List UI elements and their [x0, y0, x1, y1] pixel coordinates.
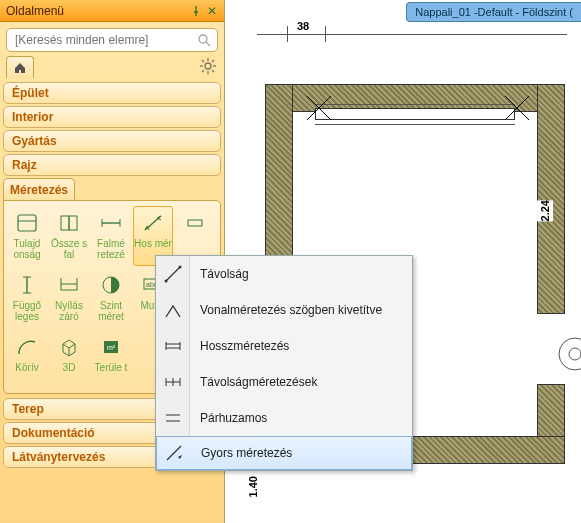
- svg-point-40: [178, 266, 181, 269]
- ctx-tavolsag[interactable]: Távolság: [156, 256, 412, 292]
- ctx-label: Gyors méretezés: [191, 446, 411, 460]
- document-tab-label: Nappali_01 -Default - Földszint (: [415, 6, 573, 18]
- tool-label: Hos mér: [134, 238, 172, 249]
- ctx-vonalmeretezes[interactable]: Vonalméretezés szögben kivetítve: [156, 292, 412, 328]
- svg-line-7: [202, 60, 204, 62]
- tool-fuggoleges[interactable]: Függő leges: [7, 268, 47, 328]
- svg-rect-23: [61, 284, 77, 290]
- dim-text-right: 2.24: [537, 200, 553, 221]
- category-label: Gyártás: [12, 134, 57, 148]
- area-icon: m²: [97, 334, 125, 360]
- svg-point-39: [164, 280, 167, 283]
- category-label: Interior: [12, 110, 53, 124]
- category-label: Épület: [12, 86, 49, 100]
- gear-icon[interactable]: [200, 58, 218, 76]
- tool-label: Terüle t: [95, 362, 128, 373]
- category-label: Látványtervezés: [12, 450, 105, 464]
- document-tab[interactable]: Nappali_01 -Default - Földszint (: [406, 2, 581, 22]
- ctx-label: Távolság: [190, 267, 412, 281]
- tool-label: 3D: [63, 362, 76, 373]
- category-epulet[interactable]: Épület: [3, 82, 221, 104]
- ctx-tavolsagmeretezesek[interactable]: Távolságméretezések: [156, 364, 412, 400]
- search-box[interactable]: [6, 28, 218, 52]
- pin-icon[interactable]: [188, 3, 204, 19]
- svg-point-0: [199, 35, 207, 43]
- length-dim-icon: [139, 210, 167, 236]
- line: [315, 124, 515, 125]
- tool-icon: [181, 210, 209, 236]
- tool-label: Függő leges: [8, 300, 46, 322]
- close-icon[interactable]: ✕: [204, 3, 220, 19]
- dim-line: [257, 34, 567, 35]
- category-label: Terep: [12, 402, 44, 416]
- svg-point-36: [559, 338, 581, 370]
- distance-icon: [156, 256, 190, 292]
- tool-label: Össze s fal: [50, 238, 88, 260]
- category-gyartas[interactable]: Gyártás: [3, 130, 221, 152]
- home-bar: [0, 56, 224, 82]
- category-meretezes-tab[interactable]: Méretezés: [3, 178, 75, 200]
- tool-3d[interactable]: 3D: [49, 330, 89, 390]
- ctx-gyors-meretezes[interactable]: Gyors méretezés: [156, 436, 412, 470]
- ctx-parhuzamos[interactable]: Párhuzamos: [156, 400, 412, 436]
- svg-point-2: [205, 63, 211, 69]
- parallel-icon: [156, 400, 190, 436]
- dim-text-bottom: 1.40: [245, 476, 261, 497]
- tool-koriv[interactable]: Körív: [7, 330, 47, 390]
- tool-label: Nyílás záró: [50, 300, 88, 322]
- svg-rect-11: [18, 215, 36, 231]
- wall-dim-icon: [97, 210, 125, 236]
- category-list: Épület Interior Gyártás Rajz: [0, 82, 224, 176]
- fixture-circle: [555, 334, 581, 374]
- tool-osszes-fal[interactable]: Össze s fal: [49, 206, 89, 266]
- walls-icon: [55, 210, 83, 236]
- tool-label: Falmé retezé: [92, 238, 130, 260]
- corner-x-icon: [307, 96, 331, 120]
- tool-falmeretezes[interactable]: Falmé retezé: [91, 206, 131, 266]
- svg-rect-14: [69, 216, 77, 230]
- context-menu: Távolság Vonalméretezés szögben kivetítv…: [155, 255, 413, 471]
- opening-icon: [55, 272, 83, 298]
- wall-right-lower: [537, 384, 565, 444]
- category-label: Dokumentáció: [12, 426, 95, 440]
- svg-text:m²: m²: [107, 344, 116, 351]
- dim-tick: [325, 26, 326, 42]
- category-label: Rajz: [12, 158, 37, 172]
- projected-icon: [156, 292, 190, 328]
- tool-tulajdonsag[interactable]: Tulajd onság: [7, 206, 47, 266]
- ctx-hosszmeretezes[interactable]: Hosszméretezés: [156, 328, 412, 364]
- svg-marker-52: [178, 455, 182, 459]
- home-tab[interactable]: [6, 56, 34, 78]
- tool-nyilaszaro[interactable]: Nyílás záró: [49, 268, 89, 328]
- search-input[interactable]: [13, 32, 197, 48]
- distances-icon: [156, 364, 190, 400]
- search-icon[interactable]: [197, 33, 211, 47]
- svg-rect-13: [61, 216, 69, 230]
- panel-title: Oldalmenü: [6, 4, 188, 18]
- tool-terulet[interactable]: m² Terüle t: [91, 330, 131, 390]
- svg-point-37: [569, 348, 581, 360]
- line: [315, 104, 515, 105]
- level-icon: [97, 272, 125, 298]
- category-rajz[interactable]: Rajz: [3, 154, 221, 176]
- dim-tick: [287, 26, 288, 42]
- window-top: [315, 108, 515, 120]
- tool-szintmeret[interactable]: Szint méret: [91, 268, 131, 328]
- svg-rect-19: [188, 220, 202, 226]
- ctx-label: Távolságméretezések: [190, 375, 412, 389]
- cube-icon: [55, 334, 83, 360]
- svg-line-1: [206, 42, 210, 46]
- quick-dim-icon: [157, 437, 191, 469]
- length-icon: [156, 328, 190, 364]
- corner-x-icon: [505, 96, 529, 120]
- svg-line-38: [166, 267, 180, 281]
- panel-titlebar: Oldalmenü ✕: [0, 0, 224, 22]
- category-label: Méretezés: [10, 183, 68, 197]
- ctx-label: Párhuzamos: [190, 411, 412, 425]
- ctx-label: Hosszméretezés: [190, 339, 412, 353]
- category-interior[interactable]: Interior: [3, 106, 221, 128]
- arc-icon: [13, 334, 41, 360]
- tool-label: Tulajd onság: [8, 238, 46, 260]
- ctx-label: Vonalméretezés szögben kivetítve: [190, 303, 412, 317]
- wall-bottom-right: [405, 436, 565, 464]
